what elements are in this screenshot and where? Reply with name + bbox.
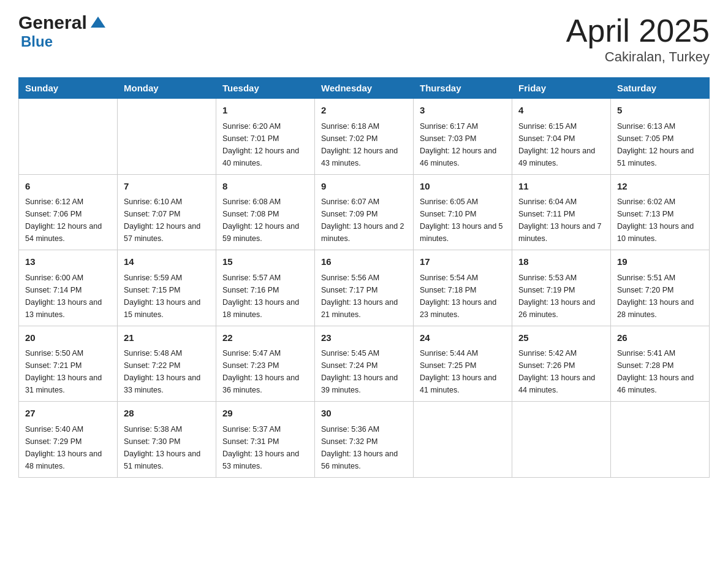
day-info: Sunrise: 6:18 AMSunset: 7:02 PMDaylight:… — [321, 120, 407, 169]
day-info: Sunrise: 5:51 AMSunset: 7:20 PMDaylight:… — [617, 272, 703, 321]
day-number: 10 — [420, 180, 506, 194]
col-saturday: Saturday — [611, 78, 710, 99]
day-info: Sunrise: 5:48 AMSunset: 7:22 PMDaylight:… — [124, 347, 210, 396]
col-thursday: Thursday — [414, 78, 512, 99]
day-info: Sunrise: 6:00 AMSunset: 7:14 PMDaylight:… — [25, 272, 111, 321]
table-row: 27Sunrise: 5:40 AMSunset: 7:29 PMDayligh… — [19, 402, 118, 478]
day-number: 24 — [420, 331, 506, 345]
day-info: Sunrise: 5:56 AMSunset: 7:17 PMDaylight:… — [321, 272, 407, 321]
title-section: April 2025 Cakiralan, Turkey — [566, 12, 710, 65]
table-row: 6Sunrise: 6:12 AMSunset: 7:06 PMDaylight… — [19, 174, 118, 250]
day-info: Sunrise: 6:07 AMSunset: 7:09 PMDaylight:… — [321, 196, 407, 245]
table-row: 25Sunrise: 5:42 AMSunset: 7:26 PMDayligh… — [512, 326, 611, 402]
table-row: 20Sunrise: 5:50 AMSunset: 7:21 PMDayligh… — [19, 326, 118, 402]
day-info: Sunrise: 5:57 AMSunset: 7:16 PMDaylight:… — [222, 272, 308, 321]
day-number: 22 — [222, 331, 308, 345]
table-row — [118, 99, 216, 175]
calendar-week-5: 27Sunrise: 5:40 AMSunset: 7:29 PMDayligh… — [19, 402, 710, 478]
day-info: Sunrise: 6:08 AMSunset: 7:08 PMDaylight:… — [222, 196, 308, 245]
day-number: 29 — [222, 407, 308, 421]
calendar-week-4: 20Sunrise: 5:50 AMSunset: 7:21 PMDayligh… — [19, 326, 710, 402]
day-number: 7 — [124, 180, 210, 194]
table-row: 24Sunrise: 5:44 AMSunset: 7:25 PMDayligh… — [414, 326, 512, 402]
day-info: Sunrise: 6:12 AMSunset: 7:06 PMDaylight:… — [25, 196, 111, 245]
col-friday: Friday — [512, 78, 611, 99]
table-row: 23Sunrise: 5:45 AMSunset: 7:24 PMDayligh… — [315, 326, 414, 402]
day-info: Sunrise: 6:02 AMSunset: 7:13 PMDaylight:… — [617, 196, 703, 245]
day-info: Sunrise: 6:10 AMSunset: 7:07 PMDaylight:… — [124, 196, 210, 245]
day-info: Sunrise: 6:13 AMSunset: 7:05 PMDaylight:… — [617, 120, 703, 169]
day-number: 30 — [321, 407, 407, 421]
table-row: 15Sunrise: 5:57 AMSunset: 7:16 PMDayligh… — [216, 250, 315, 326]
day-number: 28 — [124, 407, 210, 421]
day-number: 14 — [124, 255, 210, 269]
day-info: Sunrise: 6:15 AMSunset: 7:04 PMDaylight:… — [518, 120, 604, 169]
table-row — [19, 99, 118, 175]
day-number: 12 — [617, 180, 703, 194]
table-row: 19Sunrise: 5:51 AMSunset: 7:20 PMDayligh… — [611, 250, 710, 326]
day-info: Sunrise: 6:05 AMSunset: 7:10 PMDaylight:… — [420, 196, 506, 245]
day-info: Sunrise: 5:47 AMSunset: 7:23 PMDaylight:… — [222, 347, 308, 396]
day-number: 18 — [518, 255, 604, 269]
table-row: 5Sunrise: 6:13 AMSunset: 7:05 PMDaylight… — [611, 99, 710, 175]
day-number: 1 — [222, 104, 308, 118]
table-row: 11Sunrise: 6:04 AMSunset: 7:11 PMDayligh… — [512, 174, 611, 250]
table-row: 8Sunrise: 6:08 AMSunset: 7:08 PMDaylight… — [216, 174, 315, 250]
table-row: 1Sunrise: 6:20 AMSunset: 7:01 PMDaylight… — [216, 99, 315, 175]
day-number: 17 — [420, 255, 506, 269]
day-info: Sunrise: 5:38 AMSunset: 7:30 PMDaylight:… — [124, 423, 210, 472]
calendar-table: Sunday Monday Tuesday Wednesday Thursday… — [18, 77, 710, 478]
logo: General Blue — [18, 12, 107, 50]
day-number: 6 — [25, 180, 111, 194]
col-monday: Monday — [118, 78, 216, 99]
day-number: 8 — [222, 180, 308, 194]
day-number: 11 — [518, 180, 604, 194]
day-info: Sunrise: 6:04 AMSunset: 7:11 PMDaylight:… — [518, 196, 604, 245]
calendar-week-2: 6Sunrise: 6:12 AMSunset: 7:06 PMDaylight… — [19, 174, 710, 250]
day-number: 2 — [321, 104, 407, 118]
day-info: Sunrise: 5:36 AMSunset: 7:32 PMDaylight:… — [321, 423, 407, 472]
day-number: 5 — [617, 104, 703, 118]
table-row: 17Sunrise: 5:54 AMSunset: 7:18 PMDayligh… — [414, 250, 512, 326]
day-number: 25 — [518, 331, 604, 345]
table-row: 28Sunrise: 5:38 AMSunset: 7:30 PMDayligh… — [118, 402, 216, 478]
day-info: Sunrise: 6:17 AMSunset: 7:03 PMDaylight:… — [420, 120, 506, 169]
day-info: Sunrise: 5:44 AMSunset: 7:25 PMDaylight:… — [420, 347, 506, 396]
page-header: General Blue April 2025 Cakiralan, Turke… — [18, 12, 710, 65]
day-info: Sunrise: 5:40 AMSunset: 7:29 PMDaylight:… — [25, 423, 111, 472]
day-number: 9 — [321, 180, 407, 194]
table-row: 18Sunrise: 5:53 AMSunset: 7:19 PMDayligh… — [512, 250, 611, 326]
day-info: Sunrise: 5:54 AMSunset: 7:18 PMDaylight:… — [420, 272, 506, 321]
day-number: 15 — [222, 255, 308, 269]
table-row — [512, 402, 611, 478]
table-row: 13Sunrise: 6:00 AMSunset: 7:14 PMDayligh… — [19, 250, 118, 326]
table-row: 14Sunrise: 5:59 AMSunset: 7:15 PMDayligh… — [118, 250, 216, 326]
day-number: 19 — [617, 255, 703, 269]
day-number: 16 — [321, 255, 407, 269]
day-number: 26 — [617, 331, 703, 345]
col-sunday: Sunday — [19, 78, 118, 99]
calendar-subtitle: Cakiralan, Turkey — [566, 49, 710, 65]
day-info: Sunrise: 5:42 AMSunset: 7:26 PMDaylight:… — [518, 347, 604, 396]
table-row: 30Sunrise: 5:36 AMSunset: 7:32 PMDayligh… — [315, 402, 414, 478]
day-info: Sunrise: 5:45 AMSunset: 7:24 PMDaylight:… — [321, 347, 407, 396]
table-row: 12Sunrise: 6:02 AMSunset: 7:13 PMDayligh… — [611, 174, 710, 250]
day-number: 13 — [25, 255, 111, 269]
col-tuesday: Tuesday — [216, 78, 315, 99]
col-wednesday: Wednesday — [315, 78, 414, 99]
day-number: 3 — [420, 104, 506, 118]
svg-marker-0 — [91, 17, 105, 28]
logo-general-text: General — [18, 12, 87, 33]
day-number: 23 — [321, 331, 407, 345]
table-row: 29Sunrise: 5:37 AMSunset: 7:31 PMDayligh… — [216, 402, 315, 478]
table-row: 3Sunrise: 6:17 AMSunset: 7:03 PMDaylight… — [414, 99, 512, 175]
logo-triangle-icon — [89, 14, 107, 31]
day-info: Sunrise: 5:37 AMSunset: 7:31 PMDaylight:… — [222, 423, 308, 472]
table-row: 21Sunrise: 5:48 AMSunset: 7:22 PMDayligh… — [118, 326, 216, 402]
calendar-week-3: 13Sunrise: 6:00 AMSunset: 7:14 PMDayligh… — [19, 250, 710, 326]
day-info: Sunrise: 5:53 AMSunset: 7:19 PMDaylight:… — [518, 272, 604, 321]
table-row: 10Sunrise: 6:05 AMSunset: 7:10 PMDayligh… — [414, 174, 512, 250]
table-row: 2Sunrise: 6:18 AMSunset: 7:02 PMDaylight… — [315, 99, 414, 175]
day-info: Sunrise: 5:41 AMSunset: 7:28 PMDaylight:… — [617, 347, 703, 396]
table-row: 16Sunrise: 5:56 AMSunset: 7:17 PMDayligh… — [315, 250, 414, 326]
